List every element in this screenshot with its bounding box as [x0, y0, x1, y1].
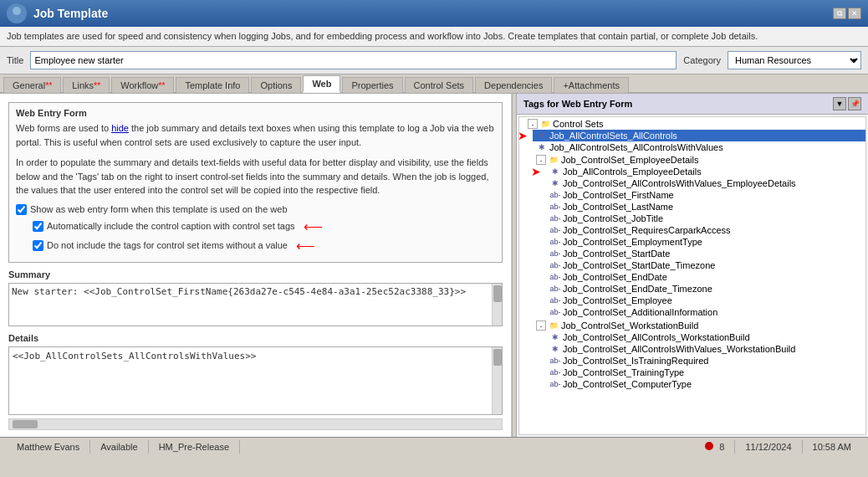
panel-expand-btn[interactable]: ▼	[833, 97, 846, 110]
tree-row-employeedetails-folder[interactable]: - 📁 Job_ControlSet_EmployeeDetails	[533, 154, 865, 166]
tag-icon-allcontrols-wb: ✱	[549, 332, 561, 342]
expand-employeedetails[interactable]: -	[536, 155, 546, 165]
auto-caption-checkbox[interactable]	[33, 221, 43, 232]
status-user: Matthew Evans	[7, 440, 90, 454]
status-date: 11/12/2024	[735, 440, 802, 454]
details-scrollbar[interactable]	[492, 347, 502, 414]
tab-general[interactable]: General*	[3, 77, 61, 93]
tree-row-allcontrols-emp[interactable]: ➤ ✱ Job_AllControls_EmployeeDetails	[546, 166, 865, 177]
node-label-employee: Job_ControlSet_Employee	[563, 295, 672, 305]
tag-icon-allcontrolswithvalues-emp: ✱	[549, 178, 561, 188]
summary-text[interactable]: New starter: <<Job_ControlSet_FirstName{…	[9, 284, 492, 326]
show-web-checkbox[interactable]	[16, 204, 27, 215]
category-wrapper: Human Resources	[728, 51, 861, 69]
show-web-label: Show as web entry form when this templat…	[30, 204, 288, 214]
form-header: Title Category Human Resources	[0, 47, 868, 74]
tree-row-startdate[interactable]: ab- Job_ControlSet_StartDate	[546, 248, 865, 259]
panel-controls[interactable]: ▼ 📌	[833, 97, 861, 110]
tree-row-carpark[interactable]: ab- Job_ControlSet_RequiresCarparkAccess	[546, 224, 865, 236]
description2: In order to populate the summary and det…	[16, 156, 495, 197]
tree-row-enddate-tz[interactable]: ab- Job_ControlSet_EndDate_Timezone	[546, 283, 865, 295]
expand-workstationbuild[interactable]: -	[536, 321, 546, 331]
title-label: Title	[7, 55, 23, 65]
expand-control-sets[interactable]: -	[528, 119, 538, 129]
description-text: Job templates are used for speed and con…	[7, 31, 758, 41]
arrow-icon-2: ⟵	[296, 238, 315, 254]
tree-row-startdate-tz[interactable]: ab- Job_ControlSet_StartDate_Timezone	[546, 259, 865, 271]
node-label-employeedetails-folder: Job_ControlSet_EmployeeDetails	[561, 155, 698, 165]
status-count: 8	[719, 442, 724, 452]
description-bar: Job templates are used for speed and con…	[0, 27, 868, 47]
title-input[interactable]	[30, 51, 677, 69]
details-text[interactable]: <<Job_AllControlSets_AllControlsWithValu…	[9, 347, 492, 414]
tree-row-employee[interactable]: ab- Job_ControlSet_Employee	[546, 295, 865, 306]
tree-row-allcontrolswithvalues[interactable]: ✱ Job_AllControlSets_AllControlsWithValu…	[533, 141, 865, 153]
tree-container[interactable]: - 📁 Control Sets ➤ ✱ Job_AllControlSets_…	[518, 116, 866, 435]
tree-row-lastname[interactable]: ab- Job_ControlSet_LastName	[546, 201, 865, 213]
window-controls[interactable]: ⧉ ✕	[833, 8, 861, 19]
tree-row-enddate[interactable]: ab- Job_ControlSet_EndDate	[546, 271, 865, 283]
restore-button[interactable]: ⧉	[833, 8, 846, 19]
bottom-scrollbar[interactable]	[8, 418, 503, 430]
tree-row-employmenttype[interactable]: ab- Job_ControlSet_EmploymentType	[546, 236, 865, 248]
folder-icon-employee: 📁	[548, 155, 559, 165]
tag-icon-allcontrolswithvalues: ✱	[536, 142, 548, 152]
tab-web[interactable]: Web	[303, 75, 340, 93]
tab-controlsets[interactable]: Control Sets	[405, 77, 474, 93]
tab-links[interactable]: Links*	[63, 77, 110, 93]
tree-row-workstationbuild-folder[interactable]: - 📁 Job_ControlSet_WorkstationBuild	[533, 320, 865, 331]
node-label-allcontrolswithvalues-wb: Job_ControlSet_AllControlsWithValues_Wor…	[563, 344, 795, 354]
field-icon-carpark: ab-	[549, 225, 561, 235]
svg-rect-1	[10, 16, 23, 21]
tree-row-trainingtype[interactable]: ab- Job_ControlSet_TrainingType	[546, 367, 865, 378]
node-label-allcontrolswithvalues: Job_AllControlSets_AllControlsWithValues	[549, 142, 723, 152]
field-icon-enddate: ab-	[549, 272, 561, 282]
tree-row-jobtitle[interactable]: ab- Job_ControlSet_JobTitle	[546, 213, 865, 224]
tab-dependencies[interactable]: Dependencies	[475, 77, 552, 93]
node-label-firstname: Job_ControlSet_FirstName	[563, 190, 674, 200]
node-label-startdate: Job_ControlSet_StartDate	[563, 249, 670, 259]
tree-row-control-sets[interactable]: - 📁 Control Sets	[519, 118, 865, 130]
tree-row-computertype[interactable]: ab- Job_ControlSet_ComputerType	[546, 378, 865, 390]
node-label-allcontrols-wb: Job_ControlSet_AllControls_WorkstationBu…	[563, 332, 750, 342]
panel-pin-btn[interactable]: 📌	[848, 97, 861, 110]
summary-section: Summary New starter: <<Job_ControlSet_Fi…	[8, 269, 503, 326]
tree-row-additionalinfo[interactable]: ab- Job_ControlSet_AdditionalInformation	[546, 306, 865, 318]
status-release: HM_Pre-Release	[149, 440, 240, 454]
close-button[interactable]: ✕	[848, 8, 861, 19]
control-sets-children: ➤ ✱ Job_AllControlSets_AllControls ✱ Job…	[519, 130, 865, 391]
node-label-additionalinfo: Job_ControlSet_AdditionalInformation	[563, 307, 717, 317]
tree-row-firstname[interactable]: ab- Job_ControlSet_FirstName	[546, 189, 865, 201]
tab-workflow[interactable]: Workflow*	[111, 77, 174, 93]
status-bar: Matthew Evans Available HM_Pre-Release 8…	[0, 437, 868, 455]
field-icon-istraining: ab-	[549, 356, 561, 366]
field-icon-jobtitle: ab-	[549, 213, 561, 223]
folder-icon: 📁	[539, 119, 551, 129]
checkbox-show-web[interactable]: Show as web entry form when this templat…	[16, 204, 495, 215]
details-label: Details	[8, 333, 503, 343]
tree-row-istrainingrequired[interactable]: ab- Job_ControlSet_IsTrainingRequired	[546, 355, 865, 367]
tab-attachments[interactable]: +Attachments	[554, 77, 629, 93]
node-label-workstationbuild-folder: Job_ControlSet_WorkstationBuild	[561, 321, 698, 331]
tree-row-allcontrolswithvalues-wb[interactable]: ✱ Job_ControlSet_AllControlsWithValues_W…	[546, 343, 865, 355]
tree-row-allcontrols-wb[interactable]: ✱ Job_ControlSet_AllControls_Workstation…	[546, 331, 865, 343]
checkbox-no-empty[interactable]: Do not include the tags for control set …	[33, 238, 495, 254]
field-icon-enddate-tz: ab-	[549, 284, 561, 294]
summary-label: Summary	[8, 269, 503, 280]
node-label-control-sets: Control Sets	[553, 119, 604, 129]
node-label-istraining: Job_ControlSet_IsTrainingRequired	[563, 356, 708, 366]
checkbox-auto-caption[interactable]: Automatically include the control captio…	[33, 218, 495, 234]
no-empty-checkbox[interactable]	[33, 240, 43, 251]
node-label-startdate-tz: Job_ControlSet_StartDate_Timezone	[563, 260, 715, 270]
window-title: Job Template	[33, 7, 826, 20]
tab-templateinfo[interactable]: Template Info	[176, 77, 249, 93]
summary-value: New starter: <<Job_ControlSet_FirstName{…	[12, 286, 489, 297]
tree-row-allcontrols[interactable]: ➤ ✱ Job_AllControlSets_AllControls	[533, 130, 865, 141]
summary-scrollbar[interactable]	[492, 284, 502, 326]
category-select[interactable]: Human Resources	[728, 51, 861, 69]
tab-properties[interactable]: Properties	[342, 77, 402, 93]
tree-row-allcontrolswithvalues-emp[interactable]: ✱ Job_ControlSet_AllControlsWithValues_E…	[546, 177, 865, 189]
node-label-allcontrolswithvalues-emp: Job_ControlSet_AllControlsWithValues_Emp…	[563, 178, 796, 188]
tab-options[interactable]: Options	[251, 77, 301, 93]
node-label-carpark: Job_ControlSet_RequiresCarparkAccess	[563, 225, 731, 235]
